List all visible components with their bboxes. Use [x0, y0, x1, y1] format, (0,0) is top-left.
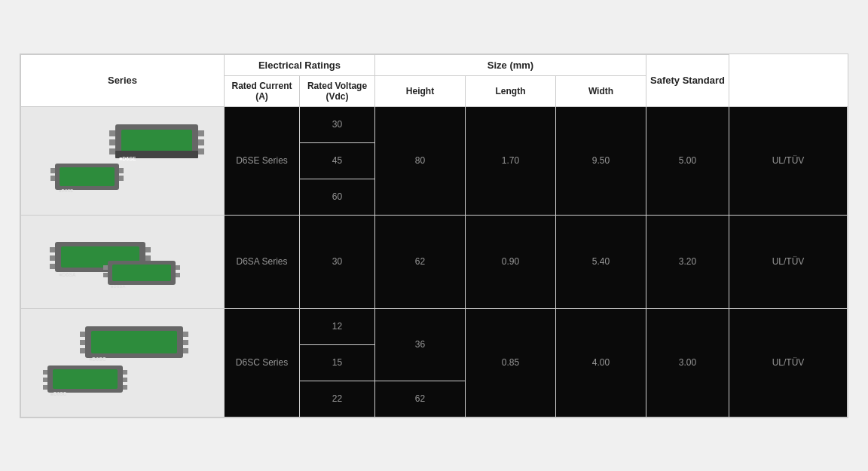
svg-rect-41	[183, 348, 188, 353]
d6sc-current-15: 15	[300, 344, 375, 381]
svg-rect-29	[103, 265, 108, 270]
rated-voltage-header: Rated Voltage (Vdc)	[300, 75, 375, 106]
d6sa-length: 5.40	[556, 215, 646, 308]
width-header: Width	[556, 75, 646, 106]
d6se-current-30: 30	[300, 106, 375, 142]
d6se-length: 9.50	[556, 106, 646, 215]
svg-rect-21	[50, 255, 55, 261]
d6sa-current-30: 30	[300, 215, 375, 308]
table-row: ■D6SE ■D6SE	[21, 106, 848, 142]
svg-rect-14	[50, 176, 55, 181]
svg-rect-20	[50, 247, 55, 252]
svg-rect-36	[80, 332, 85, 337]
d6sc-height: 0.85	[466, 308, 556, 417]
d6se-safety: UL/TÜV	[729, 106, 848, 215]
svg-rect-45	[43, 370, 47, 375]
svg-rect-24	[145, 255, 151, 261]
svg-rect-39	[183, 332, 188, 337]
d6se-chip-svg: ■D6SE ■D6SE	[40, 118, 206, 201]
svg-rect-30	[103, 273, 108, 277]
d6sc-chip-svg: ■D6SC ■D6SC	[40, 320, 206, 403]
data-table: Series Electrical Ratings Size (mm) Safe…	[20, 54, 848, 417]
header-row-1: Series Electrical Ratings Size (mm) Safe…	[21, 54, 848, 75]
main-table-wrapper: Series Electrical Ratings Size (mm) Safe…	[20, 54, 848, 418]
d6sc-safety: UL/TÜV	[729, 308, 848, 417]
d6sc-series-name: D6SC Series	[225, 308, 300, 417]
d6sc-width: 3.00	[646, 308, 729, 417]
svg-rect-38	[80, 348, 85, 353]
table-row: ■D6SC ■D6SC	[21, 308, 848, 344]
svg-text:■D6SE: ■D6SE	[59, 188, 73, 193]
d6sa-series-name: D6SA Series	[225, 215, 300, 308]
d6sc-voltage-62: 62	[375, 381, 466, 417]
d6sc-image-cell: ■D6SC ■D6SC	[21, 308, 225, 417]
d6sc-current-12: 12	[300, 308, 375, 344]
svg-text:■D6SA: ■D6SA	[111, 284, 126, 289]
svg-rect-13	[50, 168, 55, 173]
height-header: Height	[375, 75, 466, 106]
svg-rect-6	[109, 148, 115, 154]
svg-rect-43	[53, 369, 118, 389]
d6sa-width: 3.20	[646, 215, 729, 308]
svg-text:■D6SA: ■D6SA	[59, 272, 76, 277]
svg-rect-32	[176, 273, 180, 277]
d6se-height: 1.70	[466, 106, 556, 215]
svg-rect-1	[121, 130, 192, 153]
svg-text:■D6SC: ■D6SC	[89, 356, 106, 362]
d6sa-chip-svg: ■D6SA ■D6SA	[40, 227, 206, 295]
svg-rect-5	[109, 139, 115, 145]
d6se-current-60: 60	[300, 179, 375, 215]
svg-text:■D6SE: ■D6SE	[119, 156, 136, 161]
svg-rect-49	[123, 378, 127, 382]
svg-rect-16	[119, 176, 124, 181]
svg-rect-47	[43, 385, 47, 390]
d6sa-safety: UL/TÜV	[729, 215, 848, 308]
d6sc-length: 4.00	[556, 308, 646, 417]
svg-rect-48	[123, 370, 127, 375]
svg-rect-4	[109, 130, 115, 136]
svg-rect-31	[176, 265, 180, 270]
svg-rect-34	[91, 331, 177, 353]
electrical-ratings-header: Electrical Ratings	[225, 54, 375, 75]
table-row: ■D6SA ■D6SA	[21, 215, 848, 308]
d6se-image-cell: ■D6SE ■D6SE	[21, 106, 225, 215]
size-header: Size (mm)	[375, 54, 646, 75]
d6se-voltage: 80	[375, 106, 466, 215]
svg-rect-15	[119, 168, 124, 173]
d6se-series-name: D6SE Series	[225, 106, 300, 215]
d6sa-voltage: 62	[375, 215, 466, 308]
rated-current-header: Rated Current (A)	[225, 75, 300, 106]
svg-rect-27	[112, 265, 171, 281]
svg-rect-8	[198, 139, 204, 145]
d6se-width: 5.00	[646, 106, 729, 215]
svg-rect-46	[43, 378, 47, 382]
svg-rect-7	[198, 130, 204, 136]
svg-rect-9	[198, 148, 204, 154]
d6sa-image-cell: ■D6SA ■D6SA	[21, 215, 225, 308]
svg-rect-23	[145, 247, 151, 252]
d6se-current-45: 45	[300, 142, 375, 179]
svg-rect-37	[80, 340, 85, 345]
safety-standard-header: Safety Standard	[646, 54, 729, 106]
length-header: Length	[466, 75, 556, 106]
series-header: Series	[21, 54, 225, 106]
svg-rect-11	[60, 167, 115, 186]
svg-rect-50	[123, 385, 127, 390]
d6sa-height: 0.90	[466, 215, 556, 308]
svg-text:■D6SC: ■D6SC	[50, 391, 67, 396]
d6sc-current-22: 22	[300, 381, 375, 417]
d6sc-voltage-36: 36	[375, 308, 466, 381]
svg-rect-40	[183, 340, 188, 345]
svg-rect-22	[50, 264, 55, 269]
